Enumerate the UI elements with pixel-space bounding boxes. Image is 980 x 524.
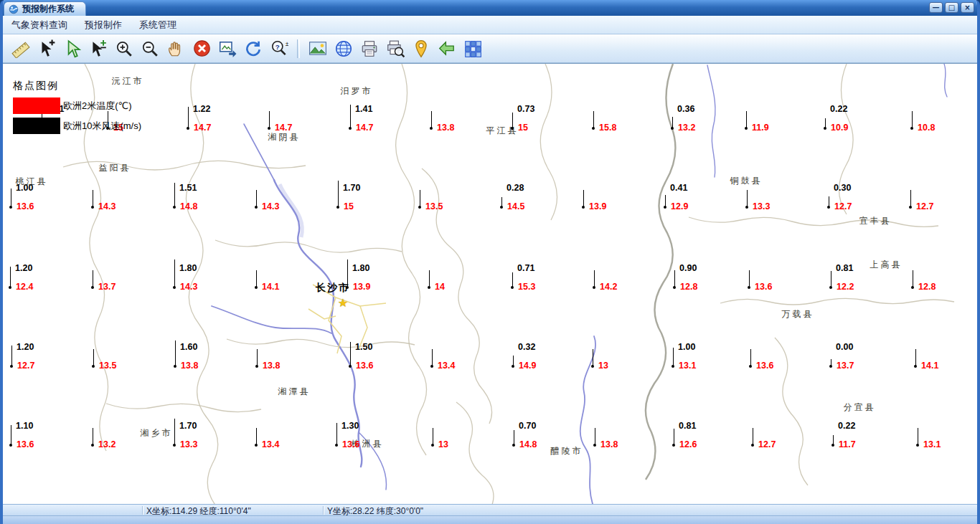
menu-item-3[interactable]: 系统管理 (139, 19, 176, 32)
wind-barb (175, 340, 176, 366)
wind-barb (583, 190, 585, 207)
station-dot (268, 127, 270, 130)
wind-barb (747, 190, 748, 207)
temperature-label: 11.7 (839, 439, 856, 449)
wind-speed-label: 1.00 (16, 183, 33, 193)
temperature-label: 14.1 (921, 361, 938, 371)
close-button[interactable]: × (961, 2, 974, 13)
station-dot (187, 127, 189, 130)
wind-barb (593, 111, 595, 128)
wind-barb (918, 428, 919, 445)
title-tab: 预报制作系统 (4, 1, 86, 16)
insert-image-icon[interactable] (306, 37, 330, 61)
wind-barb (915, 349, 917, 366)
station-dot (349, 127, 352, 130)
wind-speed-label: 0.81 (836, 263, 853, 273)
station-dot (914, 365, 917, 368)
minimize-button[interactable]: — (929, 2, 943, 13)
toolbar-separator (297, 39, 300, 58)
export-map-icon[interactable] (215, 37, 240, 61)
wind-barb (256, 190, 258, 207)
identify-icon[interactable]: ?± (267, 37, 291, 61)
svg-text:±: ± (286, 39, 288, 47)
temperature-label: 13.9 (589, 201, 606, 211)
legend-title: 格点图例 (13, 80, 141, 92)
station-dot (591, 365, 594, 368)
station-dot (500, 206, 503, 209)
station-dot (9, 286, 11, 289)
wind-barb (350, 342, 352, 366)
refresh-icon[interactable] (241, 37, 265, 61)
station-dot (748, 286, 750, 289)
wind-barb (174, 259, 176, 287)
pan-icon[interactable] (164, 37, 188, 61)
wind-barb (673, 348, 674, 366)
wind-speed-label: 0.00 (836, 342, 853, 352)
station-dot (593, 286, 595, 289)
temperature-label: 13.3 (753, 201, 770, 211)
zoom-in-icon[interactable] (112, 37, 136, 61)
legend-item-1: 欧洲2米温度(℃) (13, 97, 141, 114)
globe-icon[interactable] (331, 37, 356, 61)
temperature-label: 14.7 (275, 123, 292, 133)
temperature-label: 12.8 (918, 282, 936, 292)
county-label: 上高县 (870, 259, 903, 271)
temperature-label: 12.4 (16, 282, 33, 292)
legend-item-2: 欧洲10米风速(m/s) (13, 118, 141, 134)
station-dot (829, 365, 832, 368)
print-preview-icon[interactable] (383, 37, 407, 61)
temperature-label: 13.5 (99, 361, 116, 371)
wind-barb (913, 270, 914, 287)
temperature-label: 14.5 (507, 201, 524, 211)
print-icon[interactable] (357, 37, 382, 61)
select-zoom-icon[interactable] (86, 37, 110, 61)
menu-item-1[interactable]: 气象资料查询 (11, 19, 67, 32)
wind-barb (749, 270, 750, 287)
wind-barb (910, 190, 912, 207)
temperature-label: 14.8 (180, 201, 197, 211)
app-icon (9, 4, 19, 14)
window-controls: —□× (927, 2, 974, 13)
wind-barb (595, 428, 596, 445)
wind-barb (912, 111, 913, 128)
station-dot (582, 206, 585, 209)
wind-speed-label: 0.36 (677, 104, 694, 114)
station-dot (751, 444, 754, 447)
grid-edit-icon[interactable] (461, 37, 485, 61)
wind-speed-label: 0.71 (517, 263, 534, 273)
clear-icon[interactable] (189, 37, 214, 61)
wind-barb (174, 419, 176, 445)
temperature-label: 14.8 (519, 439, 537, 449)
temperature-label: 11.9 (752, 123, 769, 133)
temperature-label: 13.4 (262, 439, 279, 449)
wind-barb (338, 181, 339, 207)
temperature-label: 12.8 (680, 282, 697, 292)
wind-barb (257, 349, 258, 366)
station-dot (910, 127, 913, 130)
county-label: 万载县 (782, 308, 814, 320)
wind-speed-label: 1.60 (180, 342, 197, 352)
station-dot (745, 206, 748, 209)
locate-icon[interactable] (409, 37, 433, 61)
temperature-label: 10.8 (918, 123, 935, 133)
measure-icon[interactable] (9, 37, 33, 61)
temperature-label: 13.1 (923, 439, 941, 449)
station-dot (511, 127, 514, 130)
wind-barb (174, 183, 176, 207)
temperature-label: 12.2 (837, 282, 854, 292)
statusbar-divider (142, 506, 143, 515)
county-label: 醴陵市 (551, 445, 583, 457)
restore-button[interactable]: □ (945, 2, 958, 13)
city-star-marker: ★ (338, 296, 348, 310)
station-dot (428, 286, 430, 289)
menu-item-2[interactable]: 预报制作 (85, 19, 122, 32)
zoom-out-icon[interactable] (138, 37, 162, 61)
temperature-label: 14.1 (262, 282, 279, 292)
select-icon[interactable] (60, 37, 85, 61)
wind-speed-label: 0.90 (679, 263, 697, 273)
back-icon[interactable] (435, 37, 459, 61)
select-add-icon[interactable] (34, 37, 59, 61)
map-canvas[interactable]: 格点图例 欧洲2米温度(℃)欧洲10米风速(m/s) 沅江市汨罗市湘阴县平江县益… (3, 63, 977, 504)
temperature-label: 13.7 (837, 361, 854, 371)
temperature-label: 13.9 (353, 282, 370, 292)
